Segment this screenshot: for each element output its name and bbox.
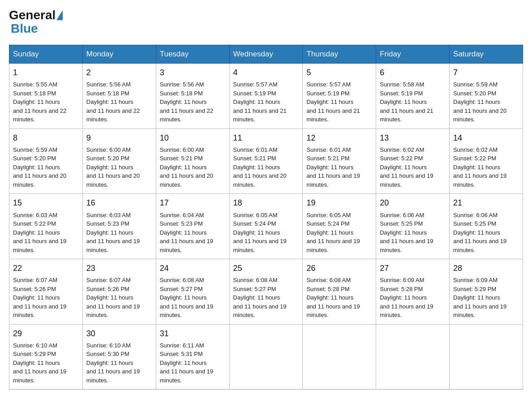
day-cell: 22 Sunrise: 6:07 AMSunset: 5:26 PMDaylig… [9,259,83,325]
day-number: 2 [86,67,152,78]
day-number: 18 [233,197,299,209]
day-number: 25 [233,263,299,274]
day-number: 13 [380,133,446,144]
day-info: Sunrise: 5:56 AMSunset: 5:18 PMDaylight:… [86,81,140,123]
day-info: Sunrise: 6:03 AMSunset: 5:22 PMDaylight:… [13,212,66,253]
day-number: 15 [13,197,79,209]
day-info: Sunrise: 6:07 AMSunset: 5:26 PMDaylight:… [13,277,66,318]
day-cell: 5 Sunrise: 5:57 AMSunset: 5:19 PMDayligh… [303,64,376,129]
day-cell: 15 Sunrise: 6:03 AMSunset: 5:22 PMDaylig… [9,194,83,259]
day-info: Sunrise: 6:10 AMSunset: 5:29 PMDaylight:… [13,342,66,384]
day-number: 14 [453,133,519,144]
day-info: Sunrise: 6:08 AMSunset: 5:27 PMDaylight:… [160,277,213,318]
week-row-2: 8 Sunrise: 5:59 AMSunset: 5:20 PMDayligh… [9,128,523,194]
day-info: Sunrise: 6:06 AMSunset: 5:25 PMDaylight:… [380,212,433,253]
day-number: 9 [86,133,152,144]
day-info: Sunrise: 5:58 AMSunset: 5:19 PMDaylight:… [380,81,433,123]
header-tuesday: Tuesday [156,45,229,64]
day-info: Sunrise: 6:08 AMSunset: 5:27 PMDaylight:… [233,277,287,318]
day-number: 19 [306,197,372,209]
header-monday: Monday [82,45,156,64]
day-cell [376,324,450,390]
day-cell: 29 Sunrise: 6:10 AMSunset: 5:29 PMDaylig… [9,324,83,390]
day-cell: 7 Sunrise: 5:59 AMSunset: 5:20 PMDayligh… [450,64,523,129]
week-row-4: 22 Sunrise: 6:07 AMSunset: 5:26 PMDaylig… [9,259,523,325]
day-info: Sunrise: 6:03 AMSunset: 5:23 PMDaylight:… [86,212,140,253]
day-info: Sunrise: 5:56 AMSunset: 5:18 PMDaylight:… [160,81,213,123]
day-info: Sunrise: 5:55 AMSunset: 5:18 PMDaylight:… [13,81,66,123]
day-number: 16 [86,197,152,209]
day-cell: 14 Sunrise: 6:02 AMSunset: 5:22 PMDaylig… [450,128,523,194]
week-row-1: 1 Sunrise: 5:55 AMSunset: 5:18 PMDayligh… [9,64,523,129]
day-info: Sunrise: 6:09 AMSunset: 5:28 PMDaylight:… [380,277,433,318]
day-cell: 18 Sunrise: 6:05 AMSunset: 5:24 PMDaylig… [229,194,303,259]
day-info: Sunrise: 5:59 AMSunset: 5:20 PMDaylight:… [453,81,506,123]
day-info: Sunrise: 6:10 AMSunset: 5:30 PMDaylight:… [86,342,140,384]
day-number: 5 [306,67,372,78]
day-cell: 8 Sunrise: 5:59 AMSunset: 5:20 PMDayligh… [9,128,83,194]
day-cell: 26 Sunrise: 6:08 AMSunset: 5:28 PMDaylig… [303,259,376,325]
day-info: Sunrise: 6:05 AMSunset: 5:24 PMDaylight:… [306,212,360,253]
day-number: 26 [306,263,372,274]
day-cell: 10 Sunrise: 6:00 AMSunset: 5:21 PMDaylig… [156,128,229,194]
day-number: 17 [160,197,226,209]
day-cell: 3 Sunrise: 5:56 AMSunset: 5:18 PMDayligh… [156,64,229,129]
header-wednesday: Wednesday [229,45,303,64]
day-number: 3 [160,67,226,78]
day-number: 7 [453,67,519,78]
day-cell: 19 Sunrise: 6:05 AMSunset: 5:24 PMDaylig… [303,194,376,259]
day-number: 31 [160,328,226,339]
logo-general-text: General [9,9,56,21]
day-cell [303,324,376,390]
day-info: Sunrise: 6:02 AMSunset: 5:22 PMDaylight:… [380,146,433,188]
day-cell: 6 Sunrise: 5:58 AMSunset: 5:19 PMDayligh… [376,64,450,129]
day-info: Sunrise: 6:11 AMSunset: 5:31 PMDaylight:… [160,342,213,384]
day-cell [450,324,523,390]
day-number: 29 [13,328,79,339]
day-info: Sunrise: 6:01 AMSunset: 5:21 PMDaylight:… [233,146,287,188]
day-info: Sunrise: 6:08 AMSunset: 5:28 PMDaylight:… [306,277,360,318]
day-info: Sunrise: 6:00 AMSunset: 5:20 PMDaylight:… [86,146,140,188]
day-cell: 31 Sunrise: 6:11 AMSunset: 5:31 PMDaylig… [156,324,229,390]
day-cell: 20 Sunrise: 6:06 AMSunset: 5:25 PMDaylig… [376,194,450,259]
header-friday: Friday [376,45,450,64]
day-info: Sunrise: 6:02 AMSunset: 5:22 PMDaylight:… [453,146,506,188]
day-number: 10 [160,133,226,144]
page-header: General Blue [9,9,523,36]
day-cell: 24 Sunrise: 6:08 AMSunset: 5:27 PMDaylig… [156,259,229,325]
day-cell: 27 Sunrise: 6:09 AMSunset: 5:28 PMDaylig… [376,259,450,325]
calendar-table: SundayMondayTuesdayWednesdayThursdayFrid… [9,45,523,390]
day-number: 28 [453,263,519,274]
day-cell: 28 Sunrise: 6:09 AMSunset: 5:29 PMDaylig… [450,259,523,325]
day-cell: 30 Sunrise: 6:10 AMSunset: 5:30 PMDaylig… [82,324,156,390]
day-number: 1 [13,67,79,78]
week-row-3: 15 Sunrise: 6:03 AMSunset: 5:22 PMDaylig… [9,194,523,259]
day-info: Sunrise: 6:01 AMSunset: 5:21 PMDaylight:… [306,146,360,188]
week-row-5: 29 Sunrise: 6:10 AMSunset: 5:29 PMDaylig… [9,324,523,390]
day-number: 23 [86,263,152,274]
day-info: Sunrise: 6:06 AMSunset: 5:25 PMDaylight:… [453,212,506,253]
day-info: Sunrise: 6:00 AMSunset: 5:21 PMDaylight:… [160,146,213,188]
day-cell: 4 Sunrise: 5:57 AMSunset: 5:19 PMDayligh… [229,64,303,129]
calendar-header-row: SundayMondayTuesdayWednesdayThursdayFrid… [9,45,523,64]
day-cell: 23 Sunrise: 6:07 AMSunset: 5:26 PMDaylig… [82,259,156,325]
day-info: Sunrise: 6:04 AMSunset: 5:23 PMDaylight:… [160,212,213,253]
day-number: 22 [13,263,79,274]
day-cell: 1 Sunrise: 5:55 AMSunset: 5:18 PMDayligh… [9,64,83,129]
day-info: Sunrise: 6:09 AMSunset: 5:29 PMDaylight:… [453,277,506,318]
day-cell: 13 Sunrise: 6:02 AMSunset: 5:22 PMDaylig… [376,128,450,194]
day-cell [229,324,303,390]
day-number: 6 [380,67,446,78]
header-saturday: Saturday [450,45,523,64]
day-cell: 16 Sunrise: 6:03 AMSunset: 5:23 PMDaylig… [82,194,156,259]
day-number: 8 [13,133,79,144]
day-info: Sunrise: 6:07 AMSunset: 5:26 PMDaylight:… [86,277,140,318]
day-number: 11 [233,133,299,144]
day-cell: 21 Sunrise: 6:06 AMSunset: 5:25 PMDaylig… [450,194,523,259]
day-cell: 17 Sunrise: 6:04 AMSunset: 5:23 PMDaylig… [156,194,229,259]
day-number: 27 [380,263,446,274]
logo: General Blue [9,9,64,36]
day-number: 4 [233,67,299,78]
logo-triangle-icon [56,10,63,20]
day-number: 20 [380,197,446,209]
